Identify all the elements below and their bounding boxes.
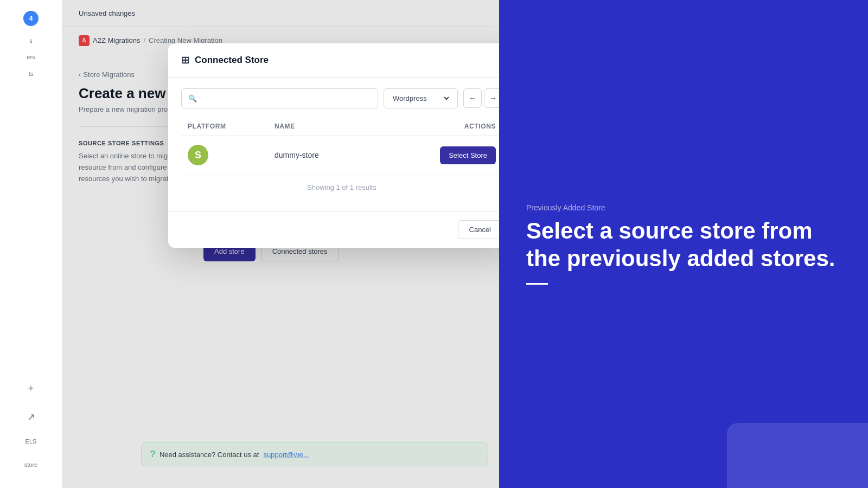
col-name-label: Name [275, 123, 431, 130]
decorative-card [727, 423, 868, 488]
col-actions-label: Actions [431, 123, 496, 130]
search-icon: 🔍 [188, 94, 197, 102]
platform-cell: S [188, 145, 275, 165]
main-content: Unsaved changes A A2Z Migrations / Creat… [62, 0, 499, 488]
modal-header: ⊞ Connected Store [168, 43, 499, 78]
sidebar-item-3[interactable]: ts [29, 70, 34, 78]
modal-table-header: Platform Name Actions [181, 117, 499, 136]
prev-page-button[interactable]: ← [463, 88, 482, 108]
breadcrumb-sep: / [143, 36, 145, 44]
connected-store-modal: ⊞ Connected Store 🔍 Wordpress Shopify [168, 43, 499, 248]
modal-body: 🔍 Wordpress Shopify WooCommerce ← [168, 78, 499, 211]
app-name: A2Z Migrations [93, 36, 140, 44]
next-page-button[interactable]: → [484, 88, 499, 108]
unsaved-label: Unsaved changes [79, 9, 135, 17]
add-icon-btn[interactable]: ＋ [22, 379, 40, 396]
info-panel: Previously Added Store Select a source s… [499, 0, 868, 488]
pagination-nav: ← → [463, 88, 499, 108]
modal-title: Connected Store [195, 55, 269, 66]
search-input-container: 🔍 [181, 88, 378, 108]
support-bar: ? Need assistance? Contact us at support… [141, 442, 488, 466]
sidebar: 4 s ers ts ＋ ↗ ELS store [0, 0, 62, 488]
info-panel-subtitle: Previously Added Store [526, 203, 841, 212]
info-panel-title: Select a source store from the previousl… [526, 217, 841, 272]
modal-footer: Cancel [168, 211, 499, 248]
platform-select[interactable]: Wordpress Shopify WooCommerce [391, 94, 451, 103]
support-text: Need assistance? Contact us at [159, 451, 259, 459]
actions-cell: Select Store [431, 146, 496, 164]
col-platform-label: Platform [188, 123, 275, 130]
sidebar-item-els[interactable]: ELS [25, 438, 37, 445]
external-link-icon-btn[interactable]: ↗ [22, 408, 40, 426]
unsaved-bar: Unsaved changes [62, 0, 499, 27]
sidebar-item-store[interactable]: store [24, 461, 37, 468]
table-row: S dummy-store Select Store [181, 136, 499, 175]
shopify-icon: S [188, 145, 208, 165]
app-icon: A [79, 35, 90, 46]
modal-results: Showing 1 of 1 results [181, 175, 499, 200]
info-panel-underline [526, 283, 548, 285]
support-email-link[interactable]: support@we... [263, 451, 309, 459]
sidebar-badge: 4 [23, 11, 39, 26]
back-link-text: Store Migrations [83, 70, 135, 79]
store-name-cell: dummy-store [275, 151, 431, 159]
sidebar-item-1[interactable]: s [29, 37, 33, 44]
question-icon: ? [150, 450, 155, 459]
search-input[interactable] [201, 94, 371, 102]
chevron-left-icon: ‹ [79, 70, 81, 79]
platform-select-container: Wordpress Shopify WooCommerce [384, 88, 458, 108]
cancel-button[interactable]: Cancel [458, 220, 499, 239]
sidebar-item-2[interactable]: ers [27, 53, 35, 61]
modal-search-row: 🔍 Wordpress Shopify WooCommerce ← [181, 88, 499, 108]
results-text: Showing 1 of 1 results [307, 183, 376, 191]
select-store-button[interactable]: Select Store [440, 146, 496, 164]
store-icon: ⊞ [181, 54, 189, 66]
